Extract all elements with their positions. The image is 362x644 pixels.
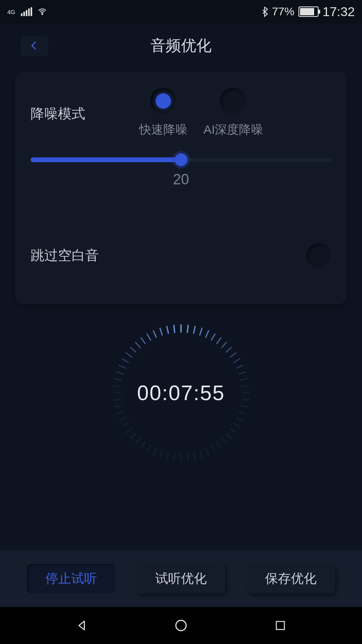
radio-fast-label: 快速降噪 [139,122,187,138]
page-title: 音频优化 [150,35,212,56]
svg-line-11 [233,359,240,363]
svg-line-53 [130,347,136,352]
battery-icon [298,6,319,17]
triangle-back-icon [75,619,88,632]
square-recent-icon [274,619,286,632]
svg-line-48 [114,379,122,380]
svg-line-40 [125,428,132,433]
svg-line-41 [122,423,129,427]
wifi-icon [36,7,48,17]
svg-line-21 [233,423,240,427]
svg-line-55 [141,337,146,344]
bluetooth-icon [261,6,269,17]
skip-silence-row: 跳过空白音 [15,211,347,300]
svg-line-45 [113,399,121,400]
svg-line-33 [167,452,169,460]
status-bar: 4G 77% 17:32 [0,0,362,23]
svg-line-47 [113,386,121,386]
radio-ai-deep-noise[interactable]: AI深度降噪 [204,88,263,138]
header: 音频优化 [0,23,362,68]
battery-percent: 77% [272,5,294,18]
svg-point-61 [176,620,186,631]
save-optimize-label: 保存优化 [265,570,317,588]
svg-line-23 [226,433,232,438]
slider-thumb[interactable] [175,153,187,166]
svg-rect-62 [276,621,284,630]
slider-fill [31,157,181,162]
svg-line-60 [174,325,175,333]
svg-line-18 [240,405,248,407]
noise-reduction-section: 降噪模式 快速降噪 AI深度降噪 20 [15,72,347,199]
timer-section: 00:07:55 [0,320,362,465]
svg-line-38 [135,438,140,444]
save-optimize-button[interactable]: 保存优化 [247,564,335,594]
svg-line-29 [193,452,195,460]
settings-card: 降噪模式 快速降噪 AI深度降噪 20 跳过空白音 [15,72,347,304]
svg-line-27 [206,448,209,455]
status-time: 17:32 [323,4,355,19]
radio-fast-noise[interactable]: 快速降噪 [139,88,187,138]
network-label: 4G [7,9,15,15]
svg-line-34 [160,450,162,458]
svg-line-57 [153,330,156,338]
svg-line-50 [119,365,126,368]
svg-line-20 [236,417,243,421]
svg-line-7 [216,337,221,344]
svg-line-12 [236,365,243,368]
network-indicator: 4G [7,9,15,15]
svg-point-0 [42,14,43,15]
svg-line-5 [206,330,209,338]
svg-line-42 [119,417,126,421]
noise-slider[interactable]: 20 [31,157,331,188]
nav-back-button[interactable] [73,617,90,634]
nav-home-button[interactable] [172,617,190,634]
svg-line-32 [174,453,175,461]
skip-silence-toggle[interactable] [306,243,331,268]
svg-line-2 [187,325,188,333]
svg-line-44 [114,405,122,407]
svg-line-26 [211,445,215,452]
noise-mode-label: 降噪模式 [31,105,119,123]
android-nav-bar [0,607,362,644]
timer-dial: 00:07:55 [109,320,253,465]
svg-line-37 [141,442,146,448]
slider-track [31,157,331,162]
radio-selected-icon [150,88,177,114]
preview-optimize-label: 试听优化 [155,570,207,588]
svg-line-4 [200,328,202,335]
stop-preview-button[interactable]: 停止试听 [27,564,115,594]
signal-bars-icon [21,7,32,16]
svg-line-19 [239,411,246,414]
back-button[interactable] [19,35,48,56]
nav-recent-button[interactable] [272,617,289,634]
svg-line-3 [193,326,195,334]
svg-line-35 [153,448,156,455]
noise-mode-row: 降噪模式 快速降噪 AI深度降噪 [31,88,331,138]
noise-mode-radio-group: 快速降噪 AI深度降噪 [139,88,331,138]
svg-line-58 [160,328,162,335]
svg-line-54 [135,342,140,348]
svg-line-30 [187,453,188,461]
svg-line-15 [241,386,249,386]
svg-line-8 [221,342,226,348]
svg-line-14 [240,379,248,380]
radio-unselected-icon [220,88,247,114]
radio-ai-deep-label: AI深度降噪 [204,122,263,138]
svg-line-22 [230,428,236,433]
svg-line-17 [241,399,249,400]
svg-line-6 [211,334,215,341]
svg-line-9 [226,347,232,352]
stop-preview-label: 停止试听 [45,570,97,588]
circle-home-icon [174,619,188,632]
svg-line-43 [116,411,123,414]
svg-line-39 [130,433,136,438]
status-left: 4G [7,7,48,17]
status-right: 77% 17:32 [261,4,355,19]
svg-line-56 [147,334,151,341]
timer-display: 00:07:55 [137,381,225,405]
preview-optimize-button[interactable]: 试听优化 [137,564,225,594]
slider-value: 20 [31,171,331,188]
svg-line-13 [239,372,246,374]
svg-line-25 [216,442,221,448]
svg-line-28 [200,450,202,458]
